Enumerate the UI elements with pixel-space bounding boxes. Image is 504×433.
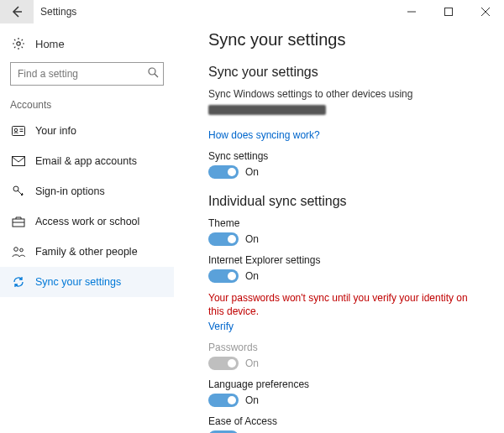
svg-rect-1: [445, 8, 453, 16]
svg-point-4: [17, 42, 20, 45]
svg-point-8: [14, 128, 18, 132]
field-label: Theme: [208, 217, 487, 229]
field-language: Language preferences On: [208, 378, 487, 407]
section-title: Sync your settings: [208, 65, 487, 80]
toggle-sync-settings[interactable]: [208, 165, 239, 179]
sidebar-item-signin-options[interactable]: Sign-in options: [0, 176, 174, 206]
back-button[interactable]: [0, 0, 34, 23]
sidebar-item-label: Family & other people: [27, 246, 138, 258]
maximize-icon: [444, 8, 453, 16]
svg-point-16: [20, 248, 24, 252]
field-theme: Theme On: [208, 217, 487, 246]
sidebar-item-email-accounts[interactable]: Email & app accounts: [0, 146, 174, 176]
search-input[interactable]: [10, 62, 164, 86]
titlebar: Settings: [0, 0, 504, 23]
sidebar-item-label: Your info: [27, 125, 76, 137]
sidebar-item-family-people[interactable]: Family & other people: [0, 237, 174, 267]
section-title: Individual sync settings: [208, 194, 487, 209]
svg-line-6: [155, 74, 158, 77]
toggle-state: On: [245, 394, 259, 406]
svg-rect-11: [13, 157, 25, 166]
toggle-state: On: [245, 166, 259, 178]
page-title: Sync your settings: [208, 30, 487, 50]
help-link[interactable]: How does syncing work?: [208, 129, 320, 141]
field-sync-settings: Sync settings On: [208, 150, 487, 179]
toggle-state: On: [245, 270, 259, 282]
close-button[interactable]: [467, 0, 504, 23]
sync-description: Sync Windows settings to other devices u…: [208, 88, 487, 100]
maximize-button[interactable]: [430, 0, 467, 23]
search-box[interactable]: [10, 62, 164, 86]
close-icon: [481, 8, 490, 16]
sidebar-item-label: Access work or school: [27, 216, 139, 227]
sidebar-item-label: Sync your settings: [27, 276, 121, 288]
field-label: Sync settings: [208, 150, 487, 162]
sidebar-item-label: Email & app accounts: [27, 155, 137, 167]
sidebar-item-label: Sign-in options: [27, 185, 105, 197]
toggle-passwords: [208, 357, 239, 370]
gear-icon: [10, 37, 27, 50]
envelope-icon: [10, 156, 27, 166]
field-label: Language preferences: [208, 378, 487, 390]
toggle-theme[interactable]: [208, 232, 239, 246]
key-icon: [10, 185, 27, 198]
svg-point-15: [14, 248, 18, 252]
toggle-language[interactable]: [208, 394, 239, 407]
toggle-ie[interactable]: [208, 269, 239, 283]
verify-link[interactable]: Verify: [208, 321, 234, 332]
field-ease-of-access: Ease of Access On: [208, 415, 487, 433]
svg-point-5: [149, 68, 155, 75]
field-passwords: Passwords On: [208, 342, 487, 370]
sidebar-item-access-work-school[interactable]: Access work or school: [0, 206, 174, 237]
minimize-icon: [407, 8, 416, 16]
home-label: Home: [27, 38, 65, 50]
sidebar-section-title: Accounts: [0, 97, 174, 116]
window-title: Settings: [34, 6, 393, 18]
briefcase-icon: [10, 216, 27, 227]
sidebar-item-your-info[interactable]: Your info: [0, 116, 174, 146]
sidebar-item-sync-settings[interactable]: Sync your settings: [0, 267, 174, 297]
person-card-icon: [10, 126, 27, 136]
field-label: Passwords: [208, 342, 487, 353]
field-label: Ease of Access: [208, 415, 487, 427]
content-area: Sync your settings Sync your settings Sy…: [175, 23, 504, 433]
sidebar: Home Accounts Your info Email & app acco…: [0, 23, 175, 433]
search-icon: [147, 66, 159, 81]
toggle-state: On: [245, 233, 259, 245]
sync-icon: [10, 275, 27, 289]
arrow-left-icon: [10, 5, 24, 18]
field-label: Internet Explorer settings: [208, 254, 487, 266]
people-icon: [10, 246, 27, 258]
redacted-account: [208, 105, 326, 115]
field-ie-settings: Internet Explorer settings On: [208, 254, 487, 283]
home-nav[interactable]: Home: [0, 30, 174, 57]
toggle-state: On: [245, 357, 259, 369]
password-warning: Your passwords won't sync until you veri…: [208, 291, 477, 318]
minimize-button[interactable]: [393, 0, 430, 23]
